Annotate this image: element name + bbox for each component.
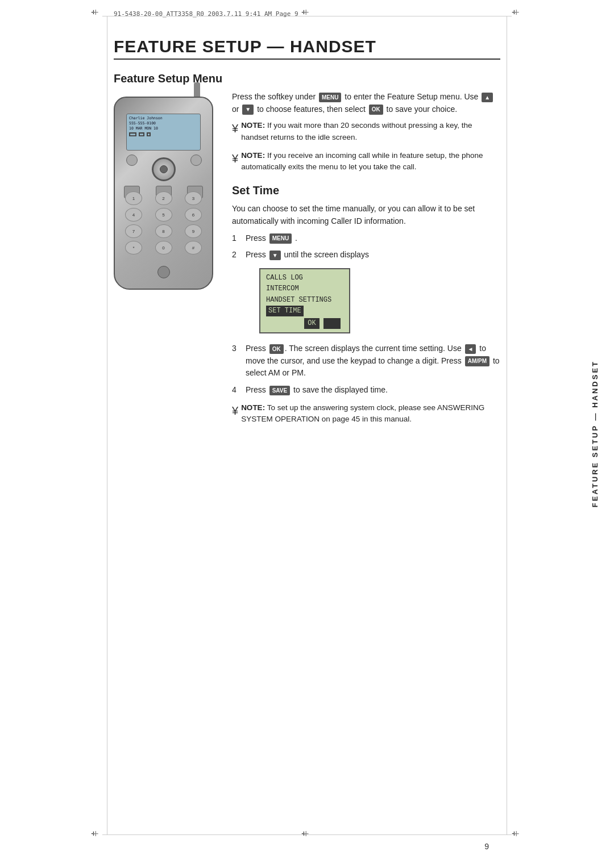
speaker-btn [126, 155, 138, 166]
right-column: Press the softkey under MENU to enter th… [232, 91, 500, 432]
note3-block: ¥ NOTE: To set up the answering system c… [232, 402, 500, 425]
step4-save-btn: SAVE [269, 386, 291, 396]
step3-ampm-btn: AM/PM [465, 356, 489, 366]
speaker-btn-right [190, 155, 202, 166]
key-4: 4 [125, 208, 142, 222]
set-time-section: Set Time You can choose to set the time … [232, 184, 500, 425]
step-3: 3 Press OK. The screen displays the curr… [232, 343, 500, 379]
key-7: 7 [125, 224, 142, 238]
phone-screen: Charlie Johnson 555-555-0100 10 MAR MON … [126, 114, 201, 151]
phone-illustration: Charlie Johnson 555-555-0100 10 MAR MON … [114, 97, 213, 290]
screen-line3: HANDSET SETTINGS [266, 295, 343, 306]
section1-intro: Press the softkey under MENU to enter th… [232, 91, 500, 115]
step1-menu-btn: MENU [269, 233, 292, 244]
step-2: 2 Press ▼ until the screen displays [232, 249, 500, 261]
step2-down-btn: ▼ [269, 251, 281, 261]
key-9: 9 [185, 224, 202, 238]
speaker-area [126, 155, 138, 166]
nav-center [160, 165, 168, 173]
page-title: FEATURE SETUP — HANDSET [114, 37, 500, 60]
content-area: Charlie Johnson 555-555-0100 10 MAR MON … [114, 91, 500, 432]
note2-block: ¥ NOTE: If you receive an incoming call … [232, 150, 500, 173]
screen-line1: CALLS LOG [266, 273, 343, 283]
cross-mark-mid-b: + [301, 828, 313, 840]
cross-mark-br: + [512, 828, 523, 840]
screen-display-area: CALLS LOG INTERCOM HANDSET SETTINGS SET … [246, 266, 500, 336]
note1-block: ¥ NOTE: If you wait more than 20 seconds… [232, 120, 500, 143]
key-star: * [125, 241, 142, 254]
key-3: 3 [185, 191, 202, 205]
note1-text: NOTE: If you wait more than 20 seconds w… [241, 120, 500, 143]
phone-keypad: 1 2 3 4 5 6 7 8 [125, 191, 202, 257]
note2-symbol: ¥ [232, 150, 238, 167]
cross-mark-tr: + [512, 7, 523, 18]
key-2: 2 [155, 191, 172, 205]
note3-symbol: ¥ [232, 402, 238, 419]
section1-heading: Feature Setup Menu [114, 72, 500, 85]
ok-button-label: OK [369, 105, 383, 115]
step3-ok-btn: OK [269, 344, 284, 354]
nav-ring [152, 157, 176, 181]
down-arrow-btn: ▼ [242, 105, 254, 115]
note1-symbol: ¥ [232, 120, 238, 137]
screen-line4: SET TIME [266, 306, 343, 316]
screen-ok-row: OK [266, 318, 343, 329]
key-8: 8 [155, 224, 172, 238]
cross-mark-mid-t: + [301, 7, 313, 18]
cross-mark-bl: + [91, 828, 102, 840]
page-number: 9 [484, 842, 489, 851]
step3-left-btn: ◄ [465, 344, 476, 354]
speaker-area-right [190, 155, 202, 166]
step-4: 4 Press SAVE to save the displayed time. [232, 384, 500, 397]
section2-heading: Set Time [232, 184, 500, 197]
trim-line-right [507, 16, 507, 835]
up-arrow-btn: ▲ [482, 93, 493, 103]
key-5: 5 [155, 208, 172, 222]
cross-mark-tl: + [91, 7, 102, 18]
step-list: 1 Press MENU . 2 Press ▼ until the scree… [232, 232, 500, 261]
sidebar-rotated-label: FEATURE SETUP — HANDSET [575, 0, 614, 868]
bottom-btn [157, 266, 170, 278]
screen-display: CALLS LOG INTERCOM HANDSET SETTINGS SET … [259, 268, 350, 333]
key-0: 0 [155, 241, 172, 254]
section-feature-setup-menu: Feature Setup Menu Charlie Johnson 555-5… [114, 72, 500, 432]
file-info: 91-5438-20-00_ATT3358_R0 2003.7.11 9:41 … [114, 10, 298, 18]
key-1: 1 [125, 191, 142, 205]
main-content: FEATURE SETUP — HANDSET Feature Setup Me… [114, 31, 500, 828]
note2-text: NOTE: If you receive an incoming call wh… [241, 150, 500, 173]
menu-button-label: MENU [319, 93, 341, 103]
step-list-2: 3 Press OK. The screen displays the curr… [232, 343, 500, 397]
key-6: 6 [185, 208, 202, 222]
step-1: 1 Press MENU . [232, 232, 500, 245]
left-column: Charlie Johnson 555-555-0100 10 MAR MON … [114, 91, 222, 432]
screen-ok-btn: OK [304, 318, 319, 329]
screen-line2: INTERCOM [266, 283, 343, 294]
section2-intro: You can choose to set the time manually,… [232, 203, 500, 227]
note3-text: NOTE: To set up the answering system clo… [241, 402, 500, 425]
trim-line-left [107, 16, 107, 835]
key-hash: # [185, 241, 202, 254]
screen-highlighted: SET TIME [266, 306, 304, 316]
